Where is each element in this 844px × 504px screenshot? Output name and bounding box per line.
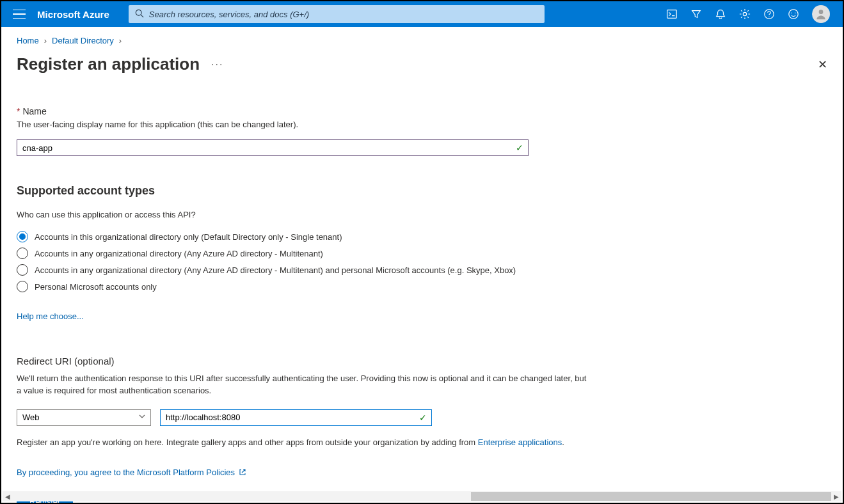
account-type-option-multitenant-personal[interactable]: Accounts in any organizational directory… bbox=[17, 264, 593, 276]
breadcrumb: Home › Default Directory › bbox=[17, 36, 827, 45]
required-indicator: * bbox=[17, 106, 20, 116]
account-types-section: Supported account types Who can use this… bbox=[17, 184, 593, 321]
platform-select-wrap: Web bbox=[17, 409, 151, 426]
brand-label[interactable]: Microsoft Azure bbox=[37, 9, 109, 20]
scroll-left-arrow[interactable]: ◀ bbox=[3, 493, 13, 500]
account-types-question: Who can use this application or access t… bbox=[17, 209, 593, 221]
chevron-right-icon: › bbox=[119, 36, 122, 45]
platform-policies-link[interactable]: By proceeding, you agree to the Microsof… bbox=[17, 468, 235, 477]
notifications-icon[interactable] bbox=[715, 8, 726, 20]
redirect-uri-description: We'll return the authentication response… bbox=[17, 373, 593, 396]
directory-filter-icon[interactable] bbox=[690, 8, 702, 20]
app-name-input[interactable] bbox=[17, 139, 529, 156]
topbar-actions bbox=[666, 5, 835, 23]
svg-point-9 bbox=[819, 10, 824, 14]
policy-row: By proceeding, you agree to the Microsof… bbox=[17, 468, 593, 477]
chevron-right-icon: › bbox=[44, 36, 47, 45]
uri-input-wrap: ✓ bbox=[160, 409, 432, 426]
content-area: Home › Default Directory › Register an a… bbox=[1, 27, 843, 503]
radio-icon bbox=[17, 264, 28, 276]
radio-label: Accounts in any organizational directory… bbox=[35, 249, 323, 258]
platform-select[interactable]: Web bbox=[17, 409, 151, 426]
scroll-thumb[interactable] bbox=[471, 492, 831, 501]
top-bar: Microsoft Azure bbox=[1, 1, 843, 27]
search-input[interactable] bbox=[129, 5, 545, 23]
svg-rect-2 bbox=[667, 10, 676, 19]
breadcrumb-directory[interactable]: Default Directory bbox=[52, 36, 114, 45]
feedback-icon[interactable] bbox=[788, 8, 799, 20]
account-types-title: Supported account types bbox=[17, 184, 593, 198]
settings-icon[interactable] bbox=[739, 8, 751, 20]
radio-label: Personal Microsoft accounts only bbox=[35, 282, 157, 292]
radio-label: Accounts in this organizational director… bbox=[35, 232, 342, 242]
valid-check-icon: ✓ bbox=[516, 143, 523, 153]
horizontal-scrollbar[interactable]: ◀ ▶ bbox=[3, 491, 841, 501]
valid-check-icon: ✓ bbox=[419, 413, 427, 423]
name-description: The user-facing display name for this ap… bbox=[17, 119, 593, 130]
radio-icon bbox=[17, 281, 28, 292]
page-title: Register an application bbox=[17, 54, 200, 74]
user-avatar[interactable] bbox=[812, 5, 830, 23]
page-header: Register an application ··· ✕ bbox=[17, 54, 827, 74]
redirect-uri-input[interactable] bbox=[160, 409, 432, 426]
account-type-option-single-tenant[interactable]: Accounts in this organizational director… bbox=[17, 231, 593, 242]
search-icon bbox=[135, 9, 144, 18]
breadcrumb-home[interactable]: Home bbox=[17, 36, 39, 45]
menu-toggle-button[interactable] bbox=[13, 8, 26, 20]
name-input-row: ✓ bbox=[17, 139, 529, 156]
radio-icon bbox=[17, 248, 28, 259]
svg-point-5 bbox=[768, 17, 769, 17]
more-actions-button[interactable]: ··· bbox=[211, 59, 223, 70]
svg-point-3 bbox=[743, 12, 746, 15]
redirect-uri-title: Redirect URI (optional) bbox=[17, 356, 593, 366]
radio-label: Accounts in any organizational directory… bbox=[35, 265, 516, 275]
enterprise-apps-note: Register an app you're working on here. … bbox=[17, 437, 593, 447]
cloud-shell-icon[interactable] bbox=[666, 8, 678, 20]
svg-point-6 bbox=[789, 10, 798, 19]
search-wrap bbox=[129, 5, 545, 23]
svg-point-0 bbox=[136, 10, 141, 15]
scroll-right-arrow[interactable]: ▶ bbox=[831, 493, 841, 500]
svg-point-8 bbox=[795, 12, 795, 13]
close-button[interactable]: ✕ bbox=[815, 55, 830, 74]
svg-line-1 bbox=[141, 15, 143, 17]
name-label: *Name bbox=[17, 106, 593, 116]
enterprise-applications-link[interactable]: Enterprise applications bbox=[478, 437, 562, 447]
account-types-radio-group: Accounts in this organizational director… bbox=[17, 231, 593, 292]
redirect-uri-row: Web ✓ bbox=[17, 409, 593, 426]
account-type-option-multitenant[interactable]: Accounts in any organizational directory… bbox=[17, 248, 593, 259]
svg-point-7 bbox=[792, 12, 792, 13]
help-icon[interactable] bbox=[763, 8, 775, 20]
radio-icon bbox=[17, 231, 28, 242]
external-link-icon bbox=[239, 468, 246, 476]
scroll-track[interactable] bbox=[13, 491, 831, 501]
account-type-option-personal-only[interactable]: Personal Microsoft accounts only bbox=[17, 281, 593, 292]
name-section: *Name The user-facing display name for t… bbox=[17, 106, 593, 156]
help-me-choose-link[interactable]: Help me choose... bbox=[17, 311, 84, 321]
redirect-uri-section: Redirect URI (optional) We'll return the… bbox=[17, 356, 593, 503]
